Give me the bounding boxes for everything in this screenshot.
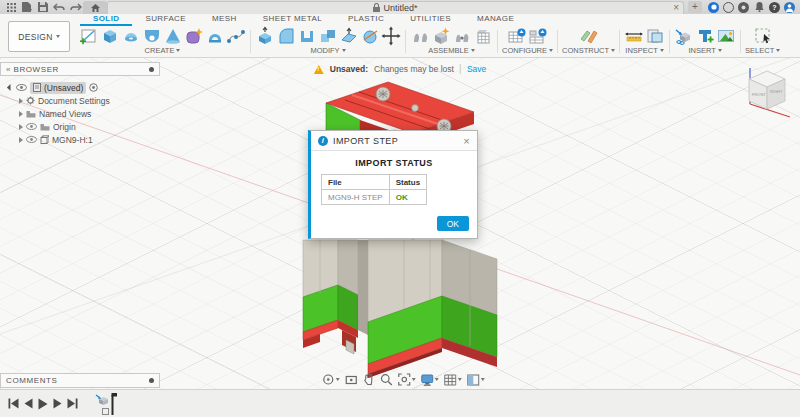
- group-label-configure[interactable]: CONFIGURE: [502, 46, 553, 57]
- sweep-icon[interactable]: [142, 26, 162, 46]
- revolve-icon[interactable]: [121, 26, 141, 46]
- split-body-icon[interactable]: [360, 26, 380, 46]
- grid-and-snaps[interactable]: [444, 374, 462, 386]
- tab-plastic[interactable]: PLASTIC: [335, 14, 397, 26]
- tree-item-root[interactable]: (Unsaved): [8, 81, 160, 94]
- tab-utilities[interactable]: UTILITIES: [397, 14, 464, 26]
- document-tab[interactable]: Untitled* ×: [107, 1, 684, 14]
- expander-open-icon[interactable]: [7, 84, 14, 91]
- save-link[interactable]: Save: [467, 64, 486, 74]
- pan-tool[interactable]: [363, 373, 375, 386]
- browser-header[interactable]: «BROWSER: [0, 62, 160, 76]
- 3d-viewport[interactable]: Unsaved: Changes may be lost Save «BROWS…: [0, 58, 800, 389]
- bell-icon[interactable]: [751, 1, 767, 13]
- comments-panel[interactable]: COMMENTS: [0, 373, 160, 388]
- zoom-tool[interactable]: [380, 373, 393, 386]
- as-built-joint-icon[interactable]: [452, 26, 472, 46]
- collapse-panel-icon[interactable]: «: [6, 65, 9, 74]
- tab-mesh[interactable]: MESH: [199, 14, 250, 26]
- close-document-tab-icon[interactable]: ×: [673, 2, 679, 14]
- joint-icon[interactable]: [410, 26, 430, 46]
- thicken-icon[interactable]: [205, 26, 225, 46]
- configure-features-icon[interactable]: [528, 26, 548, 46]
- extrude-icon[interactable]: [100, 26, 120, 46]
- tree-item-origin[interactable]: Origin: [8, 120, 160, 133]
- tab-solid[interactable]: SOLID: [80, 14, 132, 26]
- user-avatar[interactable]: [784, 2, 795, 13]
- eye-icon[interactable]: [26, 136, 37, 143]
- create-sketch-icon[interactable]: [79, 26, 99, 46]
- display-settings[interactable]: [421, 374, 439, 386]
- file-menu-icon[interactable]: [19, 1, 35, 13]
- workspace-selector[interactable]: DESIGN: [8, 21, 70, 52]
- move-copy-icon[interactable]: [381, 26, 401, 46]
- group-label-assemble[interactable]: ASSEMBLE: [428, 46, 474, 57]
- job-status-icon[interactable]: [708, 2, 719, 13]
- insert-derive-icon[interactable]: [674, 26, 694, 46]
- rigid-group-icon[interactable]: [473, 26, 493, 46]
- tree-item-mgn9h[interactable]: MGN9-H:1: [8, 133, 160, 146]
- eye-icon[interactable]: [16, 84, 27, 91]
- create-form-icon[interactable]: [184, 26, 204, 46]
- dialog-close-icon[interactable]: ×: [463, 136, 470, 146]
- timeline-step-forward-button[interactable]: [53, 398, 62, 409]
- expander-icon[interactable]: [19, 111, 23, 117]
- loft-icon[interactable]: [163, 26, 183, 46]
- measure-icon[interactable]: [624, 26, 644, 46]
- extensions-icon[interactable]: [723, 2, 734, 13]
- press-pull-icon[interactable]: [255, 26, 275, 46]
- timeline-go-to-start-button[interactable]: [8, 398, 19, 409]
- expander-icon[interactable]: [19, 137, 23, 143]
- timeline-go-to-end-button[interactable]: [67, 398, 78, 409]
- redo-icon[interactable]: [67, 1, 83, 13]
- ok-button[interactable]: OK: [437, 216, 469, 231]
- group-label-insert[interactable]: INSERT: [688, 46, 721, 57]
- offset-face-icon[interactable]: [339, 26, 359, 46]
- tab-sheet-metal[interactable]: SHEET METAL: [250, 14, 335, 26]
- undo-icon[interactable]: [51, 1, 67, 13]
- section-analysis-icon[interactable]: [645, 26, 665, 46]
- tab-manage[interactable]: MANAGE: [464, 14, 527, 26]
- tree-item-named-views[interactable]: Named Views: [8, 107, 160, 120]
- new-document-tab-button[interactable]: +: [688, 1, 702, 13]
- shell-icon[interactable]: [297, 26, 317, 46]
- group-label-modify[interactable]: MODIFY: [310, 46, 345, 57]
- fillet-icon[interactable]: [276, 26, 296, 46]
- canvas-image-icon[interactable]: [716, 26, 736, 46]
- activate-radio-icon[interactable]: [89, 83, 98, 92]
- select-icon[interactable]: [753, 26, 773, 46]
- timeline-add-group-icon[interactable]: [102, 408, 109, 415]
- group-label-select[interactable]: SELECT: [745, 46, 780, 57]
- timeline-step-back-button[interactable]: [24, 398, 33, 409]
- look-at-tool[interactable]: [345, 373, 358, 386]
- group-label-create[interactable]: CREATE: [145, 46, 181, 57]
- tree-item-document-settings[interactable]: Document Settings: [8, 94, 160, 107]
- group-label-inspect[interactable]: INSPECT: [625, 46, 664, 57]
- fit-tool[interactable]: [398, 373, 416, 386]
- app-grid-icon[interactable]: [3, 1, 19, 13]
- import-status-heading: IMPORT STATUS: [311, 158, 477, 168]
- expander-icon[interactable]: [19, 124, 23, 130]
- home-tab[interactable]: [83, 1, 107, 14]
- view-cube[interactable]: FRONT RIGHT: [740, 62, 794, 120]
- expander-icon[interactable]: [19, 98, 23, 104]
- eye-icon[interactable]: [26, 123, 37, 130]
- configuration-table-icon[interactable]: [507, 26, 527, 46]
- help-icon[interactable]: ?: [769, 2, 780, 13]
- combine-icon[interactable]: [318, 26, 338, 46]
- insert-mesh-icon[interactable]: [695, 26, 715, 46]
- timeline-position-marker[interactable]: [109, 393, 117, 415]
- dialog-title-bar[interactable]: i IMPORT STEP ×: [311, 131, 477, 151]
- notification-center-icon[interactable]: [738, 2, 749, 13]
- panel-options-icon[interactable]: [149, 67, 154, 72]
- tab-surface[interactable]: SURFACE: [132, 14, 199, 26]
- save-icon[interactable]: [35, 1, 51, 13]
- orbit-tool[interactable]: [322, 373, 340, 386]
- timeline-play-button[interactable]: [38, 398, 48, 410]
- panel-options-icon[interactable]: [149, 378, 154, 383]
- viewports[interactable]: [467, 374, 485, 386]
- construction-plane-icon[interactable]: [579, 26, 599, 46]
- create-pipe-icon[interactable]: [226, 26, 246, 46]
- group-label-construct[interactable]: CONSTRUCT: [562, 46, 615, 57]
- new-component-icon[interactable]: [431, 26, 451, 46]
